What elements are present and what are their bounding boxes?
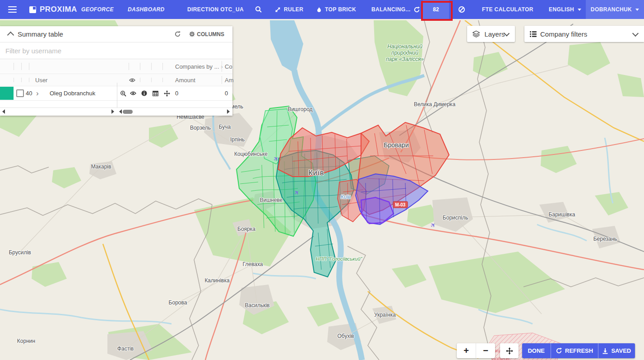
map-label: Українка <box>374 312 396 318</box>
refresh-icon <box>174 31 181 37</box>
map-label: Брусилів <box>9 249 31 256</box>
map-label: Борова <box>169 299 187 306</box>
row-amount: 0 <box>175 86 178 100</box>
map-label: Макарів <box>91 164 111 170</box>
map-label: Васильків <box>245 302 270 309</box>
map-label: Ірпінь <box>230 136 245 143</box>
panel-title: Summary table <box>18 30 63 38</box>
map-label: Фастів <box>117 346 134 352</box>
columns-button[interactable]: COLUMNS <box>189 31 224 37</box>
table-row[interactable]: 40 › Oleg Dobranchuk 0 0 <box>0 86 232 101</box>
ruler-icon <box>274 6 281 13</box>
map-label: Бориспіль <box>443 215 468 221</box>
visibility-toggle[interactable] <box>130 86 136 100</box>
scrollbar-thumb[interactable] <box>123 110 133 114</box>
map-label: Глеваха <box>243 261 263 267</box>
sync-icon <box>413 6 420 13</box>
refresh-button[interactable]: REFRESH <box>551 343 598 358</box>
row-count: 40 <box>26 86 32 100</box>
map-label: Вишгород <box>287 106 312 112</box>
zoom-in-button[interactable]: + <box>457 343 476 358</box>
filter-username-input[interactable] <box>0 47 232 55</box>
flame-icon <box>316 6 322 13</box>
layers-button[interactable]: Layers <box>467 26 515 42</box>
menu-button[interactable] <box>8 0 17 19</box>
gear-icon <box>189 31 195 37</box>
layers-label: Layers <box>484 30 505 38</box>
move-button[interactable] <box>164 86 170 100</box>
panel-header: Summary table COLUMNS <box>0 26 232 42</box>
scroll-right-arrow[interactable] <box>227 109 230 114</box>
nav-dashboard[interactable]: DASHBOARD <box>128 0 165 19</box>
pan-button[interactable] <box>500 343 519 358</box>
move-icon <box>506 347 513 355</box>
scroll-left-arrow[interactable] <box>2 109 5 114</box>
col-header-amount-next: Am <box>225 74 234 86</box>
info-button[interactable] <box>141 86 147 100</box>
map-label: ки <box>495 348 500 353</box>
company-filters-button[interactable]: Company filters <box>524 26 644 42</box>
search-button[interactable] <box>255 0 262 19</box>
collapse-icon[interactable] <box>7 32 14 39</box>
zoom-to-user-button[interactable] <box>120 86 126 100</box>
nav-counter[interactable]: 82 <box>423 0 449 19</box>
refresh-icon <box>556 347 562 354</box>
block-button[interactable] <box>458 0 465 19</box>
row-checkbox[interactable] <box>16 89 24 97</box>
horizontal-scrollbars <box>0 108 232 116</box>
map-label: Обухів <box>338 333 354 339</box>
col-header-user[interactable]: User <box>35 74 47 86</box>
hamburger-icon <box>8 5 17 14</box>
col-header-amount[interactable]: Amount <box>175 74 195 86</box>
done-button[interactable]: DONE <box>522 343 551 358</box>
saved-button[interactable]: SAVED <box>598 343 635 358</box>
chevron-down-icon <box>632 30 639 36</box>
map-label: Боярка <box>237 226 255 232</box>
filter-row <box>0 42 232 59</box>
map-label: Буча <box>219 124 231 130</box>
map-label: Бровари <box>384 141 408 149</box>
map-label: Вишневе <box>260 197 283 203</box>
layers-icon <box>473 30 480 38</box>
nav-language[interactable]: ENGLISH <box>549 0 581 19</box>
brand-logo[interactable]: PROXIMA <box>29 0 77 19</box>
map-label: Корнин <box>17 338 35 344</box>
map-label: Національний природний парк «Залісся» <box>386 43 424 62</box>
row-expand-chevron[interactable]: › <box>36 86 39 100</box>
chevron-down-icon <box>635 9 639 11</box>
nav-geoforce[interactable]: GEOFORCE <box>81 0 114 19</box>
proxima-logo-icon <box>29 6 36 13</box>
visibility-column-icon <box>129 74 135 86</box>
nav-user-menu[interactable]: DOBRANCHUK <box>586 0 644 19</box>
map-label: Березань <box>593 236 617 242</box>
brand-name: PROXIMA <box>40 5 77 14</box>
map-action-bar: DONE REFRESH SAVED <box>522 343 635 358</box>
nav-balancing[interactable]: BALANCING... <box>371 0 420 19</box>
schedule-button[interactable] <box>153 86 158 100</box>
nav-direction[interactable]: DIRECTION OTC_UA <box>187 0 244 19</box>
map-label: Коцюбинське <box>234 151 268 157</box>
table-group-header-row: Companies by ... › Co <box>0 59 232 74</box>
map-label: Баришівка <box>549 211 575 218</box>
row-amount2: 0 <box>225 86 228 100</box>
scroll-right-arrow[interactable] <box>111 109 114 114</box>
filter-list-icon <box>530 30 537 38</box>
map-label: Ворзель <box>190 125 211 131</box>
map-label: Київ <box>308 169 324 177</box>
nav-fte-calculator[interactable]: FTE CALCULATOR <box>482 0 533 19</box>
map-label: М-03 <box>393 201 408 208</box>
group-header-next: Co <box>225 59 232 74</box>
scroll-left-arrow[interactable] <box>119 109 122 114</box>
nav-top-brick[interactable]: TOP BRICK <box>316 0 356 19</box>
zoom-out-button[interactable]: − <box>476 343 495 358</box>
refresh-table-button[interactable] <box>174 31 181 37</box>
summary-table-panel: Summary table COLUMNS <box>0 26 232 116</box>
chevron-down-icon <box>578 9 581 11</box>
download-icon <box>602 348 608 354</box>
nav-ruler[interactable]: RULER <box>274 0 303 19</box>
user-color-swatch <box>0 87 14 100</box>
company-filters-label: Company filters <box>540 30 587 38</box>
zoom-controls: + − <box>457 343 495 358</box>
group-header-companies[interactable]: Companies by ... › <box>175 59 223 74</box>
map-label: Київ <box>341 194 351 200</box>
